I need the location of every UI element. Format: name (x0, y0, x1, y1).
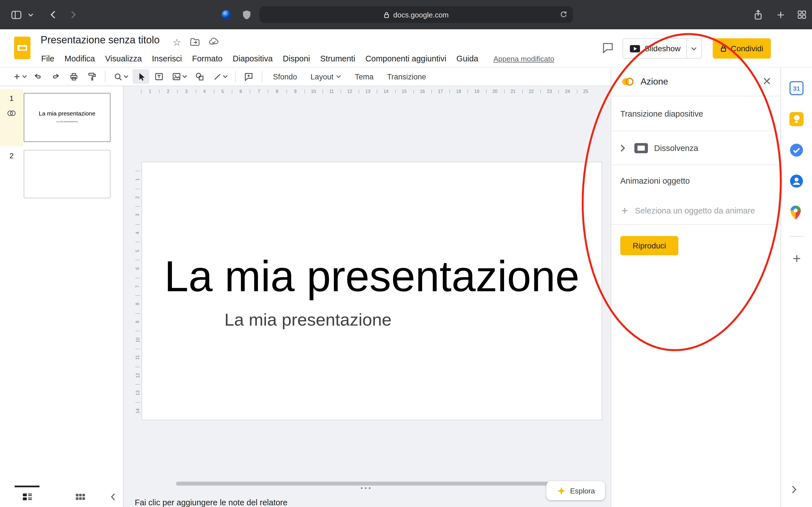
document-title[interactable]: Presentazione senza titolo (41, 34, 160, 46)
notes-resize-handle[interactable] (361, 487, 370, 489)
tasks-icon[interactable] (790, 143, 804, 157)
menu-insert[interactable]: Inserisci (147, 54, 187, 63)
tab-overview-icon[interactable] (793, 0, 811, 29)
ruler-vertical: 1234567891011121314 (133, 171, 142, 420)
add-animation-plus-icon (620, 206, 629, 215)
forward-button[interactable] (64, 0, 81, 29)
slide-transition-indicator-icon[interactable] (7, 109, 16, 118)
menu-addons[interactable]: Componenti aggiuntivi (360, 54, 451, 63)
active-view-indicator (15, 486, 40, 487)
keep-icon[interactable] (790, 112, 804, 126)
slide-canvas-area: 1234567891011121314151617181920212223242… (123, 86, 611, 507)
ruler-h-tick: 18 (449, 86, 467, 97)
menu-file[interactable]: File (36, 54, 59, 63)
slide-editor-page[interactable]: La mia presentazione La mia presentazion… (142, 162, 602, 420)
comment-history-icon[interactable] (597, 36, 619, 59)
menu-help[interactable]: Guida (451, 54, 483, 63)
layout-label: Layout (311, 72, 334, 81)
menu-view[interactable]: Visualizza (100, 54, 147, 63)
menu-slide[interactable]: Diapositiva (227, 54, 278, 63)
menu-arrange[interactable]: Disponi (278, 54, 315, 63)
select-tool-button[interactable] (133, 69, 149, 84)
contacts-icon[interactable] (790, 174, 804, 188)
transition-button[interactable]: Transizione (381, 69, 433, 84)
grid-view-icon[interactable] (73, 490, 87, 504)
add-addon-icon[interactable] (792, 253, 802, 264)
last-modified-link[interactable]: Appena modificato (493, 54, 554, 63)
ruler-v-tick: 14 (133, 402, 142, 420)
extension-orb-icon[interactable] (219, 0, 234, 29)
ruler-h-tick: 3 (177, 86, 195, 97)
new-slide-caret-icon[interactable] (22, 75, 27, 78)
slide-1-thumbnail[interactable]: La mia presentazione La mia presentazion… (24, 93, 110, 142)
layout-button[interactable]: Layout (305, 69, 348, 84)
collapse-filmstrip-icon[interactable] (106, 490, 119, 504)
slideshow-button-main[interactable]: Slideshow (623, 44, 686, 53)
speaker-notes-placeholder[interactable]: Fai clic per aggiungere le note del rela… (135, 498, 288, 507)
undo-button[interactable] (29, 69, 46, 84)
menu-bar: File Modifica Visualizza Inserisci Forma… (36, 52, 554, 65)
slideshow-button[interactable]: Slideshow (622, 38, 702, 59)
insert-image-button[interactable] (168, 69, 190, 84)
slides-logo-icon[interactable] (14, 37, 31, 59)
background-button[interactable]: Sfondo (267, 69, 303, 84)
theme-button[interactable]: Tema (349, 69, 380, 84)
menu-edit[interactable]: Modifica (59, 54, 100, 63)
browser-toolbar: docs.google.com (0, 0, 812, 29)
add-animation-row[interactable]: Seleziona un oggetto da animare (611, 196, 780, 225)
print-button[interactable] (65, 69, 82, 84)
cloud-status-icon[interactable] (208, 37, 219, 46)
line-caret-icon[interactable] (222, 75, 227, 78)
ruler-v-tick: 1 (133, 171, 142, 188)
slide-subtitle-text[interactable]: La mia presentazione (224, 310, 392, 330)
insert-shape-button[interactable] (191, 69, 208, 84)
share-button[interactable]: Condividi (713, 38, 770, 59)
new-tab-icon[interactable] (771, 0, 790, 29)
filmstrip-view-icon[interactable] (20, 490, 34, 504)
hide-side-panel-icon[interactable] (791, 485, 797, 495)
menu-format[interactable]: Formato (187, 54, 227, 63)
ruler-h-tick: 8 (268, 86, 286, 97)
google-slides-app: docs.google.com Presentazione senza tito… (0, 0, 812, 507)
calendar-icon[interactable]: 31 (790, 81, 804, 95)
slide-1-number: 1 (0, 94, 23, 103)
redo-button[interactable] (47, 69, 64, 84)
address-bar[interactable]: docs.google.com (259, 6, 573, 23)
text-box-button[interactable] (151, 69, 167, 84)
play-button[interactable]: Riproduci (620, 236, 678, 255)
horizontal-scrollbar[interactable] (176, 482, 549, 486)
motion-panel: Azione Transizione diapositive Dissolven… (611, 68, 780, 507)
slideshow-dropdown[interactable] (686, 39, 702, 58)
new-slide-button[interactable] (11, 69, 28, 84)
image-caret-icon[interactable] (182, 75, 187, 78)
expand-chevron-icon[interactable] (617, 142, 628, 154)
zoom-button[interactable] (110, 69, 132, 84)
sidebar-chevron-down-icon[interactable] (26, 0, 35, 29)
slide-2-number: 2 (0, 152, 23, 160)
move-folder-icon[interactable] (190, 37, 200, 47)
back-button[interactable] (45, 0, 62, 29)
insert-comment-button[interactable] (240, 69, 257, 84)
menu-tools[interactable]: Strumenti (315, 54, 360, 63)
slide-2-thumbnail[interactable] (24, 150, 110, 198)
ruler-v-tick: 2 (133, 188, 142, 206)
share-page-icon[interactable] (749, 0, 767, 29)
ruler-h-tick: 16 (413, 86, 432, 97)
explore-button[interactable]: Esplora (546, 481, 605, 500)
maps-icon[interactable] (790, 205, 804, 219)
ruler-h-tick: 17 (432, 86, 449, 97)
refresh-icon[interactable] (559, 10, 568, 18)
star-icon[interactable] (172, 37, 181, 48)
zoom-caret-icon[interactable] (123, 75, 128, 78)
close-panel-icon[interactable] (761, 75, 772, 87)
ruler-v-tick: 10 (133, 331, 142, 349)
insert-line-button[interactable] (209, 69, 231, 84)
transition-type-icon (634, 142, 649, 154)
ruler-h-tick: 1 (141, 86, 159, 97)
slideshow-label: Slideshow (645, 44, 680, 53)
extension-shield-icon[interactable] (239, 0, 254, 29)
slide-transition-row[interactable]: Dissolvenza (611, 131, 780, 165)
paint-format-button[interactable] (84, 69, 100, 84)
slide-title-text[interactable]: La mia presentazione (142, 251, 602, 301)
sidebar-toggle-icon[interactable] (8, 0, 25, 29)
